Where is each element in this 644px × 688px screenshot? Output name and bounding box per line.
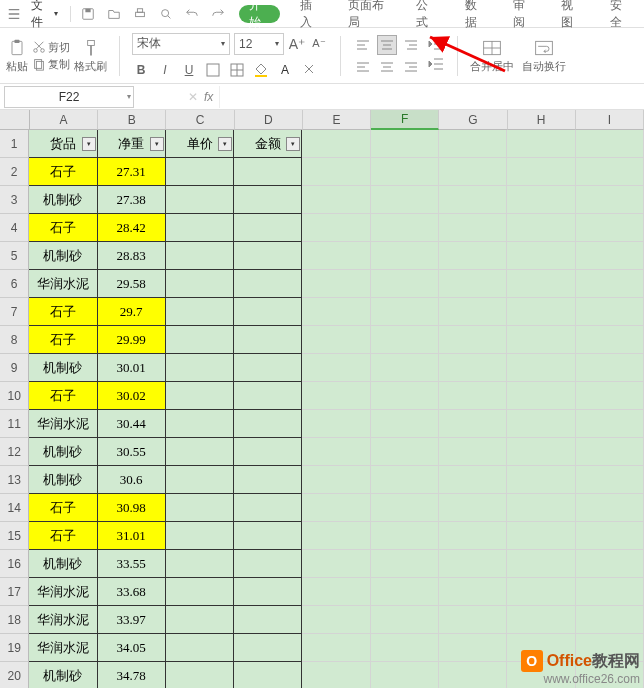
row-header[interactable]: 2 [0,158,29,186]
cell[interactable] [302,382,370,410]
cell[interactable]: 华润水泥 [29,578,97,606]
cancel-icon[interactable]: ✕ [188,90,198,104]
cell[interactable] [439,130,507,158]
filter-button[interactable]: ▾ [82,137,96,151]
cell[interactable]: 石子 [29,158,97,186]
cell[interactable]: 30.01 [98,354,166,382]
align-right[interactable] [401,57,421,77]
undo-icon[interactable] [183,5,201,23]
cell[interactable] [166,550,234,578]
cell[interactable] [371,634,439,662]
cell[interactable] [576,494,644,522]
cell[interactable] [166,382,234,410]
cell[interactable] [576,550,644,578]
font-name-select[interactable]: 宋体▾ [132,33,230,55]
cell[interactable] [507,578,575,606]
cell[interactable] [234,158,302,186]
cell[interactable] [507,438,575,466]
align-top-left[interactable] [353,35,373,55]
cell[interactable] [576,270,644,298]
cell[interactable] [234,606,302,634]
cell[interactable] [371,158,439,186]
cell[interactable] [166,354,234,382]
cell[interactable] [302,298,370,326]
cell[interactable]: 27.31 [98,158,166,186]
cell[interactable] [439,550,507,578]
cell[interactable] [576,606,644,634]
col-header-I[interactable]: I [576,110,644,130]
wrap-text-button[interactable]: 自动换行 [522,38,566,74]
bold-button[interactable]: B [132,61,150,79]
cell[interactable] [576,354,644,382]
cell[interactable] [576,130,644,158]
cell[interactable] [507,410,575,438]
cell[interactable] [234,662,302,688]
filter-button[interactable]: ▾ [218,137,232,151]
row-header[interactable]: 10 [0,382,29,410]
fill-color-button[interactable] [252,61,270,79]
cell[interactable] [439,186,507,214]
cell[interactable]: 单价▾ [166,130,234,158]
cell[interactable] [302,326,370,354]
cell[interactable]: 30.6 [98,466,166,494]
cell[interactable] [576,214,644,242]
cell[interactable] [302,662,370,688]
cell[interactable] [576,242,644,270]
cell[interactable] [371,270,439,298]
cell[interactable] [234,410,302,438]
cell[interactable] [507,354,575,382]
cell[interactable] [371,578,439,606]
cell[interactable] [371,214,439,242]
cell[interactable]: 34.78 [98,662,166,688]
cell[interactable] [166,242,234,270]
cut-button[interactable]: 剪切 [32,40,70,55]
cell[interactable] [302,270,370,298]
cell[interactable] [576,410,644,438]
cell[interactable] [166,578,234,606]
cell[interactable]: 华润水泥 [29,410,97,438]
cell[interactable] [576,466,644,494]
cell[interactable]: 30.98 [98,494,166,522]
cell[interactable] [234,634,302,662]
cell[interactable] [302,550,370,578]
row-header[interactable]: 4 [0,214,29,242]
cell[interactable] [507,522,575,550]
col-header-H[interactable]: H [508,110,576,130]
cell[interactable] [439,326,507,354]
cell[interactable] [439,410,507,438]
align-top-right[interactable] [401,35,421,55]
cell[interactable]: 机制砂 [29,466,97,494]
align-left[interactable] [353,57,373,77]
row-header[interactable]: 19 [0,634,29,662]
paste-button[interactable]: 粘贴 [6,38,28,74]
cell[interactable] [302,354,370,382]
cell[interactable] [371,130,439,158]
cell[interactable] [576,158,644,186]
cell[interactable]: 华润水泥 [29,270,97,298]
font-size-select[interactable]: 12▾ [234,33,284,55]
cell[interactable] [507,214,575,242]
cell[interactable]: 28.42 [98,214,166,242]
cell[interactable] [507,326,575,354]
cell[interactable] [234,522,302,550]
cell[interactable] [234,578,302,606]
row-header[interactable]: 7 [0,298,29,326]
cell[interactable] [371,466,439,494]
decrease-font-icon[interactable]: A⁻ [310,35,328,53]
cell[interactable] [439,522,507,550]
border-button[interactable] [204,61,222,79]
cell[interactable] [302,466,370,494]
cell[interactable] [166,634,234,662]
cell[interactable] [371,326,439,354]
cell[interactable] [439,662,507,688]
cell[interactable] [507,186,575,214]
cell[interactable] [371,298,439,326]
preview-icon[interactable] [157,5,175,23]
cell[interactable] [166,494,234,522]
copy-button[interactable]: 复制 [32,57,70,72]
tab-开始[interactable]: 开始 [239,5,279,23]
fx-icon[interactable]: fx [204,90,213,104]
cell[interactable] [507,158,575,186]
cell[interactable]: 33.55 [98,550,166,578]
decrease-indent-button[interactable] [427,35,445,53]
